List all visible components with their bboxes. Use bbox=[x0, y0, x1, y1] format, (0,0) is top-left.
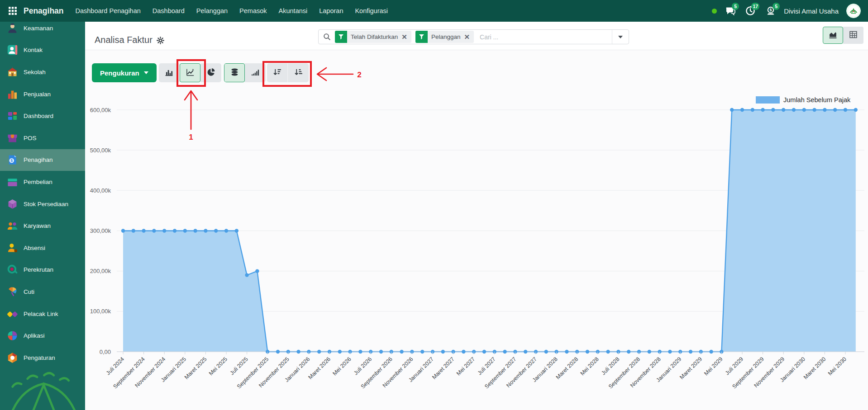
sidebar-item-pos[interactable]: POS bbox=[0, 127, 85, 149]
filter-chip-telah-difakturkan[interactable]: Telah Difakturkan✕ bbox=[335, 31, 411, 43]
revenues-button[interactable]: $5 bbox=[765, 5, 776, 16]
cumulative-button[interactable] bbox=[245, 63, 266, 82]
filter-funnel-icon bbox=[415, 31, 428, 43]
sort-desc-icon bbox=[273, 68, 281, 78]
sort-ascending-button[interactable] bbox=[288, 63, 309, 82]
chart-mode-group bbox=[224, 63, 266, 82]
app-brand[interactable]: Penagihan bbox=[24, 6, 64, 16]
sort-descending-button[interactable] bbox=[267, 63, 288, 82]
measure-button[interactable]: Pengukuran bbox=[92, 63, 157, 82]
search-dropdown-toggle[interactable] bbox=[612, 30, 629, 44]
sidebar-item-label: Keamanan bbox=[24, 25, 53, 32]
nav-item-laporan[interactable]: Laporan bbox=[319, 7, 343, 14]
legend-swatch[interactable] bbox=[756, 96, 780, 104]
sidebar-item-cuti[interactable]: Cuti bbox=[0, 281, 85, 303]
settings-icon bbox=[6, 352, 19, 364]
nav-item-pemasok[interactable]: Pemasok bbox=[239, 7, 267, 14]
svg-text:November 2029: November 2029 bbox=[753, 356, 786, 389]
pivot-view-icon bbox=[849, 30, 858, 41]
search-input[interactable]: Cari ... bbox=[480, 33, 612, 41]
sort-group bbox=[267, 63, 309, 82]
remove-filter-icon[interactable]: ✕ bbox=[401, 33, 411, 41]
sidebar-item-pelacak-link[interactable]: Pelacak Link bbox=[0, 303, 85, 325]
sidebar-item-label: Aplikasi bbox=[24, 332, 45, 339]
sidebar-item-dashboard[interactable]: Dashboard bbox=[0, 105, 85, 127]
area-view-button[interactable] bbox=[823, 27, 843, 44]
pos-icon bbox=[6, 132, 19, 144]
svg-text:Maret 2026: Maret 2026 bbox=[307, 356, 332, 381]
navbar-menu: Dashboard PenagihanDashboardPelangganPem… bbox=[76, 7, 388, 14]
sidebar-item-kontak[interactable]: Kontak bbox=[0, 39, 85, 61]
remove-filter-icon[interactable]: ✕ bbox=[464, 33, 474, 41]
svg-text:Mei 2029: Mei 2029 bbox=[703, 356, 724, 377]
messages-button[interactable]: 5 bbox=[725, 5, 735, 16]
svg-text:Maret 2028: Maret 2028 bbox=[555, 356, 580, 381]
sidebar-item-label: Dashboard bbox=[24, 113, 53, 119]
sidebar-item-penagihan[interactable]: $Penagihan bbox=[0, 149, 85, 171]
bar-chart-button[interactable] bbox=[159, 63, 180, 82]
timeoff-icon bbox=[6, 286, 19, 298]
svg-text:November 2028: November 2028 bbox=[629, 356, 662, 389]
nav-item-dashboard[interactable]: Dashboard bbox=[153, 7, 185, 14]
sidebar-item-label: Pembelian bbox=[24, 179, 52, 185]
online-status-dot bbox=[712, 9, 717, 14]
sidebar-item-label: Cuti bbox=[24, 288, 34, 295]
apps-grid-icon[interactable] bbox=[8, 6, 17, 15]
sidebar-item-perekrutan[interactable]: Perekrutan bbox=[0, 259, 85, 281]
annotation-label-2: 2 bbox=[357, 71, 361, 79]
user-name[interactable]: Divisi Amal Usaha bbox=[784, 7, 839, 15]
school-icon bbox=[6, 66, 19, 78]
svg-text:Mei 2030: Mei 2030 bbox=[827, 356, 848, 377]
billing-icon: $ bbox=[6, 154, 19, 166]
sidebar-item-label: Sekolah bbox=[24, 69, 46, 75]
svg-text:Juli 2029: Juli 2029 bbox=[724, 356, 744, 376]
svg-text:Januari 2027: Januari 2027 bbox=[407, 356, 435, 383]
pie-chart-button[interactable] bbox=[200, 63, 221, 82]
filter-chip-pelanggan[interactable]: Pelanggan✕ bbox=[415, 31, 474, 43]
svg-text:September 2028: September 2028 bbox=[607, 356, 641, 390]
sidebar-item-pembelian[interactable]: Pembelian bbox=[0, 171, 85, 193]
avatar[interactable] bbox=[846, 4, 861, 18]
search-bar[interactable]: Telah Difakturkan✕Pelanggan✕ Cari ... bbox=[318, 29, 629, 44]
employees-icon bbox=[6, 220, 19, 232]
sidebar-item-karyawan[interactable]: Karyawan bbox=[0, 215, 85, 237]
sales-icon bbox=[6, 88, 19, 100]
sidebar-item-penjualan[interactable]: Penjualan bbox=[0, 83, 85, 105]
nav-item-konfigurasi[interactable]: Konfigurasi bbox=[355, 7, 388, 14]
sidebar-item-label: Perekrutan bbox=[24, 266, 53, 273]
svg-text:Mei 2028: Mei 2028 bbox=[579, 356, 600, 377]
filter-funnel-icon bbox=[335, 31, 347, 43]
nav-item-akuntansi[interactable]: Akuntansi bbox=[279, 7, 308, 14]
stacked-button[interactable] bbox=[224, 63, 245, 82]
sidebar-item-aplikasi[interactable]: Aplikasi bbox=[0, 325, 85, 347]
sidebar-item-keamanan[interactable]: Keamanan bbox=[0, 22, 85, 39]
chart-type-group bbox=[159, 63, 221, 82]
nav-item-pelanggan[interactable]: Pelanggan bbox=[196, 7, 228, 14]
gear-icon[interactable] bbox=[157, 36, 164, 44]
apps-icon bbox=[6, 330, 19, 342]
filter-chip-label: Pelanggan bbox=[428, 33, 464, 40]
top-navbar: Penagihan Dashboard PenagihanDashboardPe… bbox=[0, 0, 868, 22]
activities-button[interactable]: 17 bbox=[745, 5, 756, 16]
sidebar-item-label: Pelacak Link bbox=[24, 311, 58, 317]
svg-text:600,00k: 600,00k bbox=[90, 107, 111, 113]
sidebar-item-sekolah[interactable]: Sekolah bbox=[0, 61, 85, 83]
dashboard-icon bbox=[6, 110, 19, 122]
sidebar-list: KeamananKontakSekolahPenjualanDashboardP… bbox=[0, 22, 85, 369]
guard-icon bbox=[6, 22, 19, 34]
legend-label[interactable]: Jumlah Sebelum Pajak bbox=[783, 96, 851, 104]
pivot-view-button[interactable] bbox=[843, 27, 863, 44]
nav-item-dashboard-penagihan[interactable]: Dashboard Penagihan bbox=[76, 7, 141, 14]
svg-text:Juli 2024: Juli 2024 bbox=[105, 356, 125, 376]
svg-text:Juli 2028: Juli 2028 bbox=[600, 356, 620, 376]
messages-badge: 5 bbox=[732, 3, 739, 10]
svg-text:Januari 2030: Januari 2030 bbox=[779, 356, 806, 383]
svg-text:September 2024: September 2024 bbox=[112, 356, 146, 390]
line-chart-button[interactable] bbox=[180, 63, 200, 82]
sidebar-item-absensi[interactable]: Absensi bbox=[0, 237, 85, 259]
svg-text:Mei 2026: Mei 2026 bbox=[331, 356, 352, 377]
sidebar-item-label: Penagihan bbox=[24, 156, 53, 163]
sidebar-item-stok-persediaan[interactable]: Stok Persediaan bbox=[0, 193, 85, 215]
svg-text:November 2025: November 2025 bbox=[258, 356, 291, 389]
svg-text:September 2027: September 2027 bbox=[483, 356, 517, 390]
